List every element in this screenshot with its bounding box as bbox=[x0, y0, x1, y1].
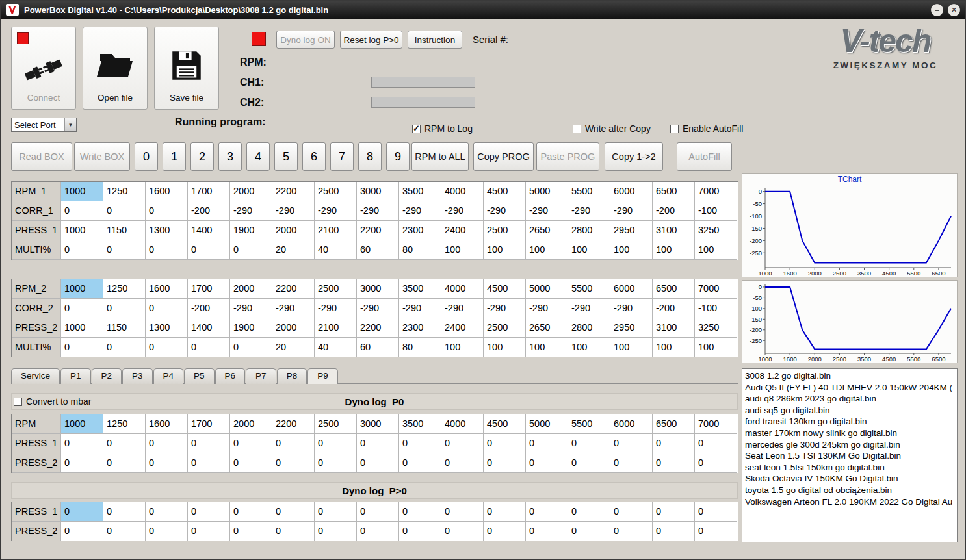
grid-cell[interactable]: 3500 bbox=[399, 414, 441, 434]
file-list-item[interactable]: Audi Q5 II (FY FL) 40 TDI MHEV 2.0 150kW… bbox=[745, 382, 957, 394]
grid-cell[interactable]: 100 bbox=[441, 240, 484, 260]
grid-cell[interactable]: 0 bbox=[653, 434, 695, 453]
grid-cell[interactable]: 2950 bbox=[610, 318, 653, 338]
grid-cell[interactable]: 0 bbox=[103, 338, 146, 357]
file-list-item[interactable]: master 170km nowy silnik go digital.bin bbox=[745, 427, 957, 439]
grid-cell[interactable]: 2500 bbox=[315, 182, 357, 201]
grid-cell[interactable]: 1150 bbox=[103, 221, 146, 240]
grid-cell[interactable]: 40 bbox=[315, 338, 357, 357]
grid-cell[interactable]: 5500 bbox=[568, 414, 610, 434]
connect-button[interactable]: Connect bbox=[11, 27, 76, 110]
grid-cell[interactable]: 0 bbox=[230, 434, 272, 453]
grid-cell[interactable]: 0 bbox=[272, 502, 315, 522]
digit-button-3[interactable]: 3 bbox=[218, 142, 242, 171]
grid-cell[interactable]: 0 bbox=[230, 522, 272, 541]
grid-cell[interactable]: 100 bbox=[568, 338, 610, 357]
file-list-item[interactable]: toyota 1.5 go digital od obciążenia.bin bbox=[745, 485, 957, 496]
grid-cell[interactable]: 100 bbox=[568, 240, 610, 260]
grid-cell[interactable]: 0 bbox=[188, 522, 230, 541]
grid-cell[interactable]: -290 bbox=[441, 299, 484, 318]
grid-cell[interactable]: 2800 bbox=[568, 318, 610, 338]
grid-cell[interactable]: -100 bbox=[695, 299, 737, 318]
grid-cell[interactable]: -290 bbox=[441, 201, 484, 221]
grid-cell[interactable]: 0 bbox=[103, 453, 146, 473]
grid-cell[interactable]: 0 bbox=[484, 434, 526, 453]
grid-cell[interactable]: 100 bbox=[526, 240, 568, 260]
grid-cell[interactable]: 0 bbox=[399, 434, 441, 453]
grid-cell[interactable]: 0 bbox=[103, 201, 146, 221]
digit-button-2[interactable]: 2 bbox=[190, 142, 214, 171]
grid-cell[interactable]: 0 bbox=[103, 502, 146, 522]
grid-cell[interactable]: 3250 bbox=[695, 221, 737, 240]
grid-cell[interactable]: 2200 bbox=[272, 414, 315, 434]
grid-cell[interactable]: -100 bbox=[695, 201, 737, 221]
file-list-item[interactable]: audi sq5 go digital.bin bbox=[745, 405, 957, 416]
file-list-item[interactable]: mercedes gle 300d 245km go digital.bin bbox=[745, 439, 957, 451]
file-list-item[interactable]: Volkswagen Arteon FL 2.0 190KM 2022 Go D… bbox=[745, 496, 957, 508]
grid-cell[interactable]: 0 bbox=[568, 502, 610, 522]
instruction-button[interactable]: Instruction bbox=[408, 31, 462, 49]
close-button[interactable]: ✕ bbox=[948, 4, 960, 16]
grid-cell[interactable]: -290 bbox=[399, 299, 441, 318]
grid-cell[interactable]: 4000 bbox=[441, 414, 484, 434]
grid-cell[interactable]: 60 bbox=[357, 240, 399, 260]
copy-prog-button[interactable]: Copy PROG bbox=[473, 142, 534, 171]
tab-p3[interactable]: P3 bbox=[122, 368, 153, 384]
grid-cell[interactable]: 2950 bbox=[610, 221, 653, 240]
grid-cell[interactable]: 100 bbox=[653, 338, 695, 357]
grid-cell[interactable]: -290 bbox=[484, 201, 526, 221]
grid-cell[interactable]: 1000 bbox=[61, 221, 103, 240]
grid-cell[interactable]: -290 bbox=[526, 201, 568, 221]
grid-cell[interactable]: 4500 bbox=[484, 414, 526, 434]
grid-cell[interactable]: 6000 bbox=[610, 414, 653, 434]
grid-cell[interactable]: 2300 bbox=[399, 221, 441, 240]
grid-cell[interactable]: -290 bbox=[315, 201, 357, 221]
grid-cell[interactable]: 0 bbox=[146, 299, 188, 318]
grid-cell[interactable]: 1700 bbox=[188, 414, 230, 434]
grid-cell[interactable]: 0 bbox=[399, 522, 441, 541]
grid-cell[interactable]: 0 bbox=[272, 434, 315, 453]
grid-cell[interactable]: 2200 bbox=[357, 318, 399, 338]
file-list-item[interactable]: seat leon 1.5tsi 150km go digital.bin bbox=[745, 462, 957, 474]
grid-cell[interactable]: 0 bbox=[526, 502, 568, 522]
reset-log-button[interactable]: Reset log P>0 bbox=[340, 31, 402, 49]
grid-cell[interactable]: 1000 bbox=[61, 414, 103, 434]
grid-cell[interactable]: 100 bbox=[484, 338, 526, 357]
grid-cell[interactable]: 0 bbox=[695, 502, 737, 522]
grid-cell[interactable]: 1250 bbox=[103, 279, 146, 299]
copy-1-to-2-button[interactable]: Copy 1->2 bbox=[605, 142, 663, 171]
file-list-item[interactable]: Seat Leon 1.5 TSI 130KM Go Digital.bin bbox=[745, 450, 957, 462]
grid-cell[interactable]: 1000 bbox=[61, 279, 103, 299]
grid-cell[interactable]: 0 bbox=[568, 434, 610, 453]
grid-cell[interactable]: -290 bbox=[357, 299, 399, 318]
grid-cell[interactable]: 0 bbox=[61, 434, 103, 453]
grid-cell[interactable]: 0 bbox=[315, 453, 357, 473]
grid-cell[interactable]: 0 bbox=[230, 240, 272, 260]
file-list-item[interactable]: ford transit 130km go digital.bin bbox=[745, 416, 957, 427]
minimize-button[interactable]: – bbox=[931, 4, 943, 16]
tab-p4[interactable]: P4 bbox=[153, 368, 184, 384]
grid-cell[interactable]: 0 bbox=[610, 502, 653, 522]
grid-cell[interactable]: 3100 bbox=[653, 221, 695, 240]
grid-cell[interactable]: 1000 bbox=[61, 318, 103, 338]
grid-cell[interactable]: 2500 bbox=[484, 221, 526, 240]
grid-cell[interactable]: 0 bbox=[146, 434, 188, 453]
grid-cell[interactable]: 0 bbox=[230, 502, 272, 522]
grid-cell[interactable]: 100 bbox=[610, 240, 653, 260]
grid-cell[interactable]: 5000 bbox=[526, 414, 568, 434]
select-port-dropdown[interactable]: Select Port ▼ bbox=[11, 118, 77, 132]
grid-cell[interactable]: 0 bbox=[146, 240, 188, 260]
grid-cell[interactable]: -290 bbox=[230, 201, 272, 221]
grid-cell[interactable]: 1400 bbox=[188, 221, 230, 240]
grid-cell[interactable]: 0 bbox=[272, 522, 315, 541]
grid-cell[interactable]: 3000 bbox=[357, 182, 399, 201]
grid-cell[interactable]: 0 bbox=[610, 434, 653, 453]
grid-cell[interactable]: 0 bbox=[484, 522, 526, 541]
grid-cell[interactable]: 40 bbox=[315, 240, 357, 260]
grid-cell[interactable]: 0 bbox=[484, 502, 526, 522]
grid-cell[interactable]: 2200 bbox=[272, 279, 315, 299]
grid-cell[interactable]: 0 bbox=[315, 502, 357, 522]
digit-button-1[interactable]: 1 bbox=[163, 142, 186, 171]
digit-button-7[interactable]: 7 bbox=[330, 142, 354, 171]
grid-cell[interactable]: 0 bbox=[188, 338, 230, 357]
